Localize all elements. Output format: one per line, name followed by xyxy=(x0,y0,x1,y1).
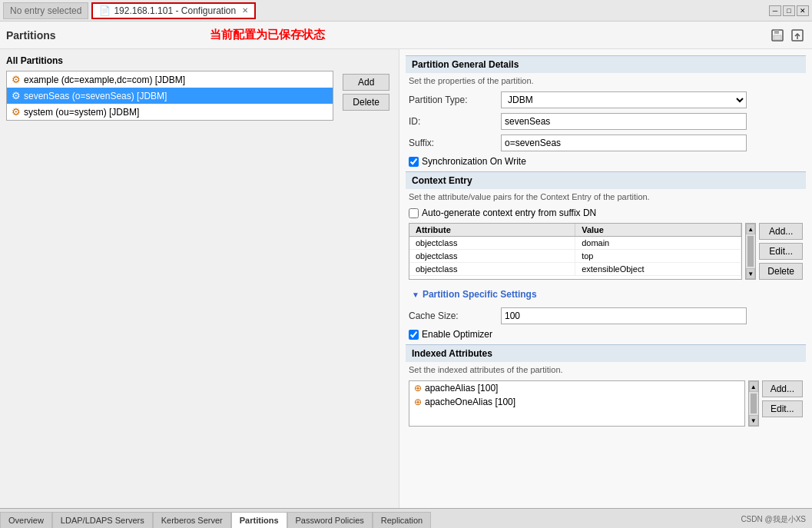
indexed-label-0: apacheAlias [100] xyxy=(425,383,498,394)
context-value-2: extensibleObject xyxy=(575,263,741,275)
delete-partition-button[interactable]: Delete xyxy=(343,94,389,111)
save-icon[interactable] xyxy=(769,27,786,44)
page-title: Partitions xyxy=(6,29,56,42)
context-add-button[interactable]: Add... xyxy=(759,223,803,240)
close-tab-icon[interactable]: ✕ xyxy=(242,6,248,15)
suffix-row: Suffix: xyxy=(406,134,806,151)
id-label: ID: xyxy=(409,116,501,127)
indexed-section-desc: Set the indexed attributes of the partit… xyxy=(406,365,806,374)
context-edit-button[interactable]: Edit... xyxy=(759,243,803,260)
context-row-2[interactable]: objectclass extensibleObject xyxy=(409,263,741,276)
optimizer-label: Enable Optimizer xyxy=(422,329,492,340)
bottom-tabs: Overview LDAP/LDAPS Servers Kerberos Ser… xyxy=(0,508,812,528)
autogen-label: Auto-generate context entry from suffix … xyxy=(422,208,596,218)
tab-partitions[interactable]: Partitions xyxy=(231,512,287,528)
context-row-1[interactable]: objectclass top xyxy=(409,250,741,263)
export-icon[interactable] xyxy=(789,27,806,44)
suffix-input[interactable] xyxy=(501,134,747,151)
indexed-scroll-down[interactable]: ▼ xyxy=(749,415,758,426)
main-area: Partitions 当前配置为已保存状态 All Par xyxy=(0,22,812,528)
tab-active-label: 192.168.1.101 - Configuration xyxy=(114,5,236,16)
context-delete-button[interactable]: Delete xyxy=(759,263,803,280)
partition-type-label: Partition Type: xyxy=(409,95,501,105)
context-attr-0: objectclass xyxy=(409,237,575,249)
general-section-desc: Set the properties of the partition. xyxy=(406,76,806,85)
partition-label-example: example (dc=example,dc=com) [JDBM] xyxy=(24,75,185,85)
id-row: ID: xyxy=(406,113,806,130)
partition-item-system[interactable]: ⚙ system (ou=system) [JDBM] xyxy=(7,104,333,120)
context-value-1: top xyxy=(575,250,741,262)
indexed-icon-0: ⊕ xyxy=(414,383,422,394)
specific-section-header[interactable]: ▼ Partition Specific Settings xyxy=(406,286,806,303)
indexed-add-button[interactable]: Add... xyxy=(762,380,803,397)
svg-rect-1 xyxy=(774,30,779,34)
id-input[interactable] xyxy=(501,113,747,130)
general-section-header: Partition General Details xyxy=(406,55,806,73)
toolbar-icons xyxy=(769,27,806,44)
context-row-0[interactable]: objectclass domain xyxy=(409,237,741,250)
tab-inactive-label: No entry selected xyxy=(10,5,81,16)
optimizer-checkbox[interactable] xyxy=(409,330,419,340)
scroll-down-arrow[interactable]: ▼ xyxy=(746,268,755,279)
context-table-buttons: Add... Edit... Delete xyxy=(759,223,803,280)
autogen-checkbox[interactable] xyxy=(409,208,419,218)
context-value-0: domain xyxy=(575,237,741,249)
partition-type-select[interactable]: JDBM In-Memory xyxy=(501,91,747,108)
partition-icon-sevenseas: ⚙ xyxy=(12,90,21,101)
indexed-list-area: ⊕ apacheAlias [100] ⊕ apacheOneAlias [10… xyxy=(406,380,806,427)
maximize-button[interactable]: □ xyxy=(783,5,795,16)
cache-size-label: Cache Size: xyxy=(409,310,501,321)
autogen-row: Auto-generate context entry from suffix … xyxy=(406,208,806,218)
list-buttons: Add Delete xyxy=(340,71,393,121)
tab-password-policies[interactable]: Password Policies xyxy=(287,512,373,528)
indexed-list: ⊕ apacheAlias [100] ⊕ apacheOneAlias [10… xyxy=(409,380,745,427)
partition-type-row: Partition Type: JDBM In-Memory xyxy=(406,91,806,108)
attr-col-header: Attribute xyxy=(409,224,575,236)
list-and-buttons: ⚙ example (dc=example,dc=com) [JDBM] ⚙ s… xyxy=(6,71,393,121)
indexed-label-1: apacheOneAlias [100] xyxy=(425,397,515,407)
tab-configuration[interactable]: 📄 192.168.1.101 - Configuration ✕ xyxy=(91,2,256,19)
minimize-button[interactable]: ─ xyxy=(769,5,781,16)
branding: CSDN @我是小XS xyxy=(734,511,812,528)
partitions-list: ⚙ example (dc=example,dc=com) [JDBM] ⚙ s… xyxy=(6,71,333,121)
partition-label-system: system (ou=system) [JDBM] xyxy=(24,107,139,118)
tab-kerberos[interactable]: Kerberos Server xyxy=(153,512,231,528)
indexed-scroll-up[interactable]: ▲ xyxy=(749,381,758,392)
partition-item-sevenseas[interactable]: ⚙ sevenSeas (o=sevenSeas) [JDBM] xyxy=(7,88,333,104)
indexed-edit-button[interactable]: Edit... xyxy=(762,400,803,417)
suffix-label: Suffix: xyxy=(409,138,501,148)
all-partitions-title: All Partitions xyxy=(6,55,393,66)
context-scrollbar[interactable]: ▲ ▼ xyxy=(745,223,756,280)
context-attr-1: objectclass xyxy=(409,250,575,262)
context-section-header: Context Entry xyxy=(406,171,806,189)
partition-item-example[interactable]: ⚙ example (dc=example,dc=com) [JDBM] xyxy=(7,71,333,88)
cache-size-input[interactable] xyxy=(501,307,747,324)
tab-icon: 📄 xyxy=(99,5,111,16)
scroll-thumb xyxy=(747,236,754,267)
indexed-scrollbar[interactable]: ▲ ▼ xyxy=(748,380,759,427)
tab-overview[interactable]: Overview xyxy=(0,512,52,528)
scroll-up-arrow[interactable]: ▲ xyxy=(746,224,755,234)
indexed-item-1[interactable]: ⊕ apacheOneAlias [100] xyxy=(409,395,744,409)
specific-section-title: Partition Specific Settings xyxy=(423,289,537,300)
context-attr-2: objectclass xyxy=(409,263,575,275)
collapse-arrow-icon: ▼ xyxy=(412,291,419,299)
tab-ldap-servers[interactable]: LDAP/LDAPS Servers xyxy=(52,512,153,528)
indexed-scroll-thumb xyxy=(751,394,757,413)
left-panel: All Partitions ⚙ example (dc=example,dc=… xyxy=(0,49,399,508)
tab-no-entry[interactable]: No entry selected xyxy=(3,2,88,19)
window-controls: ─ □ ✕ xyxy=(769,5,809,16)
svg-rect-2 xyxy=(774,35,781,40)
context-table-area: Attribute Value objectclass domain objec… xyxy=(406,223,806,280)
status-message: 当前配置为已保存状态 xyxy=(210,28,325,42)
close-button[interactable]: ✕ xyxy=(797,5,809,16)
partitions-list-wrapper: ⚙ example (dc=example,dc=com) [JDBM] ⚙ s… xyxy=(6,71,333,121)
sync-checkbox[interactable] xyxy=(409,157,419,167)
right-panel: Partition General Details Set the proper… xyxy=(399,49,812,508)
indexed-item-0[interactable]: ⊕ apacheAlias [100] xyxy=(409,381,744,395)
tab-replication[interactable]: Replication xyxy=(373,512,431,528)
context-table-header: Attribute Value xyxy=(409,224,741,237)
partition-icon-example: ⚙ xyxy=(12,74,21,85)
top-header: Partitions 当前配置为已保存状态 xyxy=(0,22,812,49)
add-partition-button[interactable]: Add xyxy=(343,74,389,91)
